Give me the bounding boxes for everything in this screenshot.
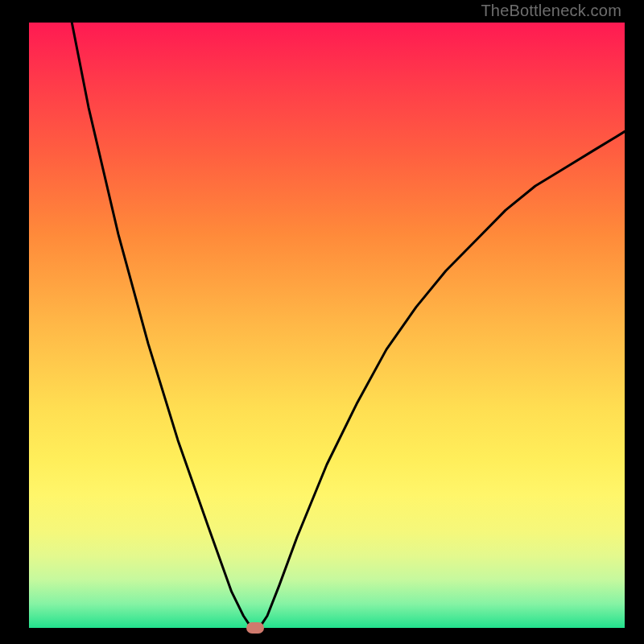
plot-area <box>29 23 625 628</box>
optimum-marker <box>246 622 264 634</box>
bottleneck-curve <box>29 23 625 628</box>
chart-frame: TheBottleneck.com <box>0 0 644 644</box>
watermark-text: TheBottleneck.com <box>481 2 621 20</box>
